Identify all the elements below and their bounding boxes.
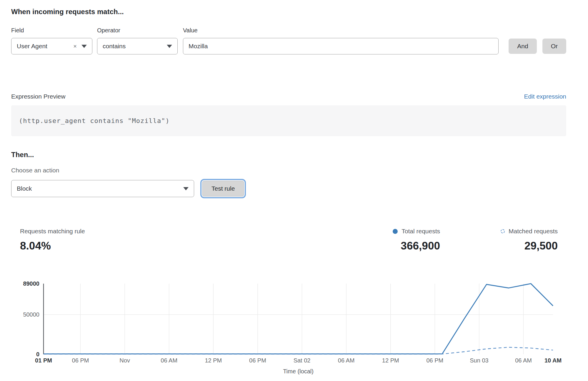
action-row: Block Test rule	[11, 180, 566, 197]
chevron-down-icon	[81, 45, 87, 48]
svg-text:06 PM: 06 PM	[249, 357, 266, 364]
requests-matching-value: 8.04%	[20, 240, 85, 252]
expression-preview-label: Expression Preview	[11, 93, 65, 100]
total-requests-label: Total requests	[402, 227, 440, 235]
edit-expression-link[interactable]: Edit expression	[524, 93, 566, 100]
matched-requests-legend-icon	[501, 229, 505, 233]
expression-code: (http.user_agent contains "Mozilla")	[11, 105, 566, 136]
field-label: Field	[11, 27, 92, 34]
chevron-down-icon	[183, 187, 189, 190]
and-button[interactable]: And	[509, 39, 537, 54]
operator-select[interactable]: contains	[97, 38, 178, 54]
matched-requests-value: 29,500	[501, 240, 558, 252]
firewall-rule-builder: When incoming requests match... Field Us…	[0, 0, 566, 379]
operator-label: Operator	[97, 27, 178, 34]
svg-text:12 PM: 12 PM	[382, 357, 399, 364]
requests-chart: 0500008900001 PM06 PMNov06 AM12 PM06 PMS…	[11, 281, 566, 379]
action-select-value: Block	[17, 185, 183, 192]
field-group-field: Field User Agent ×	[11, 27, 92, 54]
when-match-title: When incoming requests match...	[11, 7, 566, 16]
svg-text:50000: 50000	[23, 311, 39, 318]
value-label: Value	[183, 27, 499, 34]
choose-action-label: Choose an action	[11, 167, 566, 174]
requests-matching-label: Requests matching rule	[20, 227, 85, 235]
svg-text:12 PM: 12 PM	[205, 357, 222, 364]
svg-text:0: 0	[36, 351, 39, 357]
svg-text:06 AM: 06 AM	[338, 357, 355, 364]
field-group-value: Value	[183, 27, 499, 54]
test-rule-button[interactable]: Test rule	[202, 181, 244, 197]
svg-text:Sat 02: Sat 02	[294, 357, 311, 364]
expression-header: Expression Preview Edit expression	[11, 93, 566, 100]
svg-text:Sun 03: Sun 03	[470, 357, 488, 364]
value-input[interactable]	[183, 38, 499, 54]
or-button[interactable]: Or	[542, 39, 566, 54]
clear-icon[interactable]: ×	[73, 43, 77, 50]
then-title: Then...	[11, 150, 566, 159]
total-requests-value: 366,900	[393, 240, 440, 252]
svg-text:Time (local): Time (local)	[283, 368, 314, 375]
svg-text:06 PM: 06 PM	[426, 357, 443, 364]
legend-stats: Total requests 366,900 Matched requests …	[393, 227, 566, 252]
action-select[interactable]: Block	[11, 180, 194, 197]
requests-chart-svg: 0500008900001 PM06 PMNov06 AM12 PM06 PMS…	[11, 281, 566, 378]
svg-text:10 AM: 10 AM	[544, 357, 562, 364]
stat-requests-matching: Requests matching rule 8.04%	[20, 227, 85, 252]
stats-row: Requests matching rule 8.04% Total reque…	[11, 227, 566, 252]
svg-text:06 PM: 06 PM	[72, 357, 89, 364]
stat-total-requests: Total requests 366,900	[393, 227, 440, 252]
field-select[interactable]: User Agent ×	[11, 38, 92, 54]
stat-matched-requests: Matched requests 29,500	[501, 227, 558, 252]
field-select-value: User Agent	[17, 43, 73, 50]
operator-select-value: contains	[103, 43, 167, 50]
svg-text:06 AM: 06 AM	[161, 357, 177, 364]
chevron-down-icon	[167, 45, 172, 48]
svg-text:01 PM: 01 PM	[35, 357, 52, 364]
svg-text:06 AM: 06 AM	[515, 357, 532, 364]
field-group-operator: Operator contains	[97, 27, 178, 54]
total-requests-legend-icon	[393, 229, 398, 234]
criteria-row: Field User Agent × Operator contains Val…	[11, 27, 566, 54]
matched-requests-label: Matched requests	[509, 227, 558, 235]
svg-text:89000: 89000	[23, 281, 39, 287]
svg-text:Nov: Nov	[119, 357, 130, 364]
